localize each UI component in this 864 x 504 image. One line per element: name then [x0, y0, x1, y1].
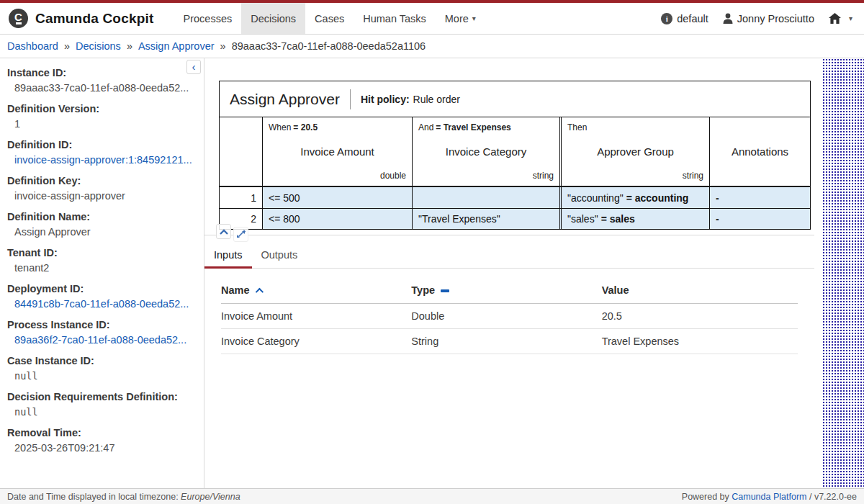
field-removal-time: Removal Time: 2025-03-26T09:21:47	[7, 427, 194, 454]
chevron-down-icon: ▾	[849, 14, 852, 22]
rule-annotation-cell: -	[710, 209, 810, 229]
rule-input-cell: <= 500	[263, 187, 413, 208]
chevron-down-icon: ▾	[472, 14, 476, 22]
sort-ascending-icon	[255, 288, 263, 296]
rule-number: 1	[220, 187, 263, 208]
main-nav: Processes Decisions Cases Human Tasks Mo…	[174, 3, 485, 34]
rule-input-cell	[413, 187, 562, 208]
dmn-rule-row-1: 1 <= 500 "accounting"= accounting -	[220, 187, 810, 208]
expand-diagonal-icon	[236, 230, 246, 239]
cell-type: String	[411, 329, 601, 354]
deployment-id-link[interactable]: 84491c8b-7ca0-11ef-a088-0eeda52...	[7, 298, 194, 310]
cell-name: Invoice Category	[221, 329, 411, 354]
hit-policy-value: Rule order	[413, 94, 460, 105]
chevron-up-icon	[220, 229, 228, 235]
rule-output-cell: "sales"= sales	[562, 209, 710, 229]
io-tabbar: Inputs Outputs	[204, 235, 814, 269]
dmn-header-row: When= 20.5 Invoice Amount double And= Tr…	[220, 117, 810, 187]
user-menu[interactable]: Jonny Prosciutto	[723, 13, 814, 24]
user-icon	[723, 13, 733, 24]
app-title: Camunda Cockpit	[35, 11, 154, 27]
camunda-platform-link[interactable]: Camunda Platform	[732, 492, 806, 502]
field-definition-name: Definition Name: Assign Approver	[7, 211, 194, 238]
dmn-title-row: Assign Approver Hit policy: Rule order	[220, 81, 810, 117]
main-panel: Assign Approver Hit policy: Rule order W…	[204, 58, 814, 488]
field-definition-id: Definition ID: invoice-assign-approver:1…	[7, 139, 194, 166]
field-tenant-id: Tenant ID: tenant2	[7, 247, 194, 274]
dmn-output-column-approver-group: Then Approver Group string	[562, 117, 710, 186]
breadcrumb-separator: »	[220, 40, 226, 52]
rule-input-cell: <= 800	[263, 209, 413, 229]
field-case-instance-id: Case Instance ID: null	[7, 355, 194, 382]
breadcrumb-separator: »	[127, 40, 132, 52]
dmn-corner-cell	[220, 117, 263, 186]
breadcrumb-decision-definition[interactable]: Assign Approver	[138, 40, 215, 52]
nav-item-human-tasks[interactable]: Human Tasks	[354, 3, 436, 34]
decision-table-title: Assign Approver	[230, 91, 340, 108]
navbar-right: i default Jonny Prosciutto ▾	[661, 3, 864, 34]
cell-type: Double	[411, 304, 601, 329]
breadcrumb-dashboard[interactable]: Dashboard	[7, 40, 58, 52]
info-icon: i	[661, 13, 672, 24]
field-process-instance-id: Process Instance ID: 89aa36f2-7ca0-11ef-…	[7, 319, 194, 346]
divider	[350, 89, 351, 109]
dmn-rule-row-2: 2 <= 800 "Travel Expenses" "sales"= sale…	[220, 208, 810, 229]
nav-item-more[interactable]: More ▾	[436, 3, 485, 34]
input-row-invoice-amount: Invoice Amount Double 20.5	[221, 304, 798, 329]
field-definition-version: Definition Version: 1	[7, 103, 194, 130]
home-menu[interactable]: ▾	[829, 13, 852, 24]
field-definition-key: Definition Key: invoice-assign-approver	[7, 175, 194, 202]
timezone-note: Date and Time displayed in local timezon…	[7, 492, 240, 502]
column-header-value[interactable]: Value	[602, 277, 798, 304]
dotted-pattern-strip	[822, 58, 864, 488]
column-header-name[interactable]: Name	[221, 277, 411, 304]
tab-inputs[interactable]: Inputs	[204, 245, 252, 269]
breadcrumb-current-instance: 89aaac33-7ca0-11ef-a088-0eeda52a1106	[232, 40, 426, 52]
breadcrumb-separator: »	[64, 40, 70, 52]
dmn-input-column-invoice-category: And= Travel Expenses Invoice Category st…	[413, 117, 562, 186]
footer: Date and Time displayed in local timezon…	[0, 488, 864, 504]
cell-value: Travel Expenses	[602, 329, 798, 354]
nav-item-cases[interactable]: Cases	[305, 3, 354, 34]
io-tabs-pane: Inputs Outputs Name Type Value	[204, 235, 814, 488]
process-instance-id-link[interactable]: 89aa36f2-7ca0-11ef-a088-0eeda52...	[7, 334, 194, 346]
hit-policy-label: Hit policy:	[361, 94, 410, 105]
version-note: Powered by Camunda Platform / v7.22.0-ee	[682, 492, 857, 502]
resize-table-button[interactable]	[233, 227, 248, 242]
cell-name: Invoice Amount	[221, 304, 411, 329]
nav-item-processes[interactable]: Processes	[174, 3, 242, 34]
decision-table-pane: Assign Approver Hit policy: Rule order W…	[204, 58, 814, 235]
camunda-logo-icon: C	[9, 9, 28, 28]
inputs-table: Name Type Value Invoice Amount Double	[221, 277, 798, 354]
collapse-table-button[interactable]	[216, 224, 231, 239]
dmn-decision-table: Assign Approver Hit policy: Rule order W…	[219, 81, 811, 230]
nav-item-decisions[interactable]: Decisions	[241, 3, 305, 34]
navbar: C Camunda Cockpit Processes Decisions Ca…	[0, 3, 864, 35]
cell-value: 20.5	[602, 304, 798, 329]
rule-input-cell: "Travel Expenses"	[413, 209, 562, 229]
definition-id-link[interactable]: invoice-assign-approver:1:84592121...	[7, 154, 194, 166]
rule-annotation-cell: -	[710, 187, 810, 208]
dmn-input-column-invoice-amount: When= 20.5 Invoice Amount double	[263, 117, 413, 186]
tab-outputs[interactable]: Outputs	[252, 245, 307, 269]
column-header-type[interactable]: Type	[411, 277, 601, 304]
rule-output-cell: "accounting"= accounting	[562, 187, 710, 208]
brand-home-link[interactable]: C Camunda Cockpit	[0, 3, 164, 34]
dmn-annotations-column: Annotations	[710, 117, 810, 186]
engine-select[interactable]: i default	[661, 13, 708, 24]
sidebar-collapse-button[interactable]: ‹	[186, 60, 201, 74]
scroll-gutter[interactable]	[814, 58, 822, 488]
instance-details-sidebar: ‹ Instance ID: 89aaac33-7ca0-11ef-a088-0…	[0, 58, 204, 488]
home-icon	[829, 13, 841, 24]
field-deployment-id: Deployment ID: 84491c8b-7ca0-11ef-a088-0…	[7, 283, 194, 310]
field-decision-requirements-definition: Decision Requirements Definition: null	[7, 391, 194, 418]
input-row-invoice-category: Invoice Category String Travel Expenses	[221, 329, 798, 354]
breadcrumb-decisions[interactable]: Decisions	[76, 40, 121, 52]
breadcrumb: Dashboard » Decisions » Assign Approver …	[0, 35, 864, 58]
sort-none-icon	[441, 289, 449, 292]
field-instance-id: Instance ID: 89aaac33-7ca0-11ef-a088-0ee…	[7, 67, 194, 94]
